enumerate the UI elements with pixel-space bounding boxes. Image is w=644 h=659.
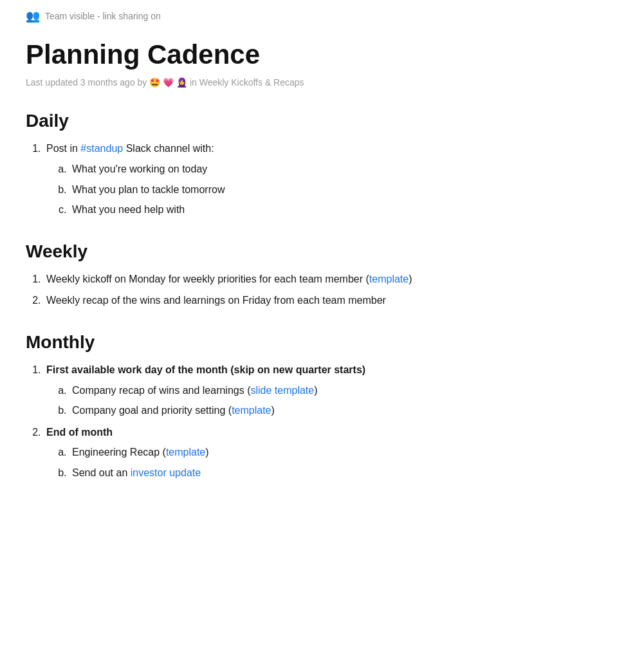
list-item: Company goal and priority setting (templ… xyxy=(69,402,618,419)
investor-update-link[interactable]: investor update xyxy=(131,467,201,478)
daily-list: Post in #standup Slack channel with: Wha… xyxy=(39,140,618,218)
list-item: First available work day of the month (s… xyxy=(44,362,618,419)
team-icon: 👥 xyxy=(26,9,40,23)
list-item: Weekly recap of the wins and learnings o… xyxy=(44,292,618,309)
page-title: Planning Cadence xyxy=(26,39,618,71)
list-item: Weekly kickoff on Monday for weekly prio… xyxy=(44,271,618,288)
header-bar: 👥 Team visible - link sharing on xyxy=(26,9,618,23)
monthly-item-bold-2: End of month xyxy=(46,427,113,438)
engineering-template-link[interactable]: template xyxy=(166,447,205,458)
monthly-list: First available work day of the month (s… xyxy=(39,362,618,481)
page-wrapper: 👥 Team visible - link sharing on Plannin… xyxy=(0,0,644,530)
section-heading-weekly: Weekly xyxy=(26,241,618,262)
list-item: Engineering Recap (template) xyxy=(69,444,618,461)
monthly-item-bold-1: First available work day of the month (s… xyxy=(46,364,365,375)
monthly-sub-list-1: Company recap of wins and learnings (sli… xyxy=(64,382,618,419)
list-item: What you're working on today xyxy=(69,161,618,178)
weekly-template-link[interactable]: template xyxy=(369,274,409,284)
section-daily: Daily Post in #standup Slack channel wit… xyxy=(26,111,618,218)
goal-template-link[interactable]: template xyxy=(232,405,271,416)
list-item: Company recap of wins and learnings (sli… xyxy=(69,382,618,399)
monthly-sub-list-2: Engineering Recap (template) Send out an… xyxy=(64,444,618,481)
last-updated: Last updated 3 months ago by 🤩 💗 🧕 in We… xyxy=(26,77,618,88)
daily-sub-list: What you're working on today What you pl… xyxy=(64,161,618,218)
weekly-list: Weekly kickoff on Monday for weekly prio… xyxy=(39,271,618,309)
list-item: Post in #standup Slack channel with: Wha… xyxy=(44,140,618,218)
list-item: What you need help with xyxy=(69,201,618,218)
standup-link[interactable]: #standup xyxy=(80,143,123,154)
slide-template-link[interactable]: slide template xyxy=(250,385,314,396)
list-item: What you plan to tackle tomorrow xyxy=(69,181,618,198)
list-item: End of month Engineering Recap (template… xyxy=(44,424,618,481)
section-heading-monthly: Monthly xyxy=(26,332,618,353)
section-weekly: Weekly Weekly kickoff on Monday for week… xyxy=(26,241,618,309)
section-heading-daily: Daily xyxy=(26,111,618,131)
visibility-text: Team visible - link sharing on xyxy=(45,11,161,21)
section-monthly: Monthly First available work day of the … xyxy=(26,332,618,481)
list-item: Send out an investor update xyxy=(69,465,618,481)
